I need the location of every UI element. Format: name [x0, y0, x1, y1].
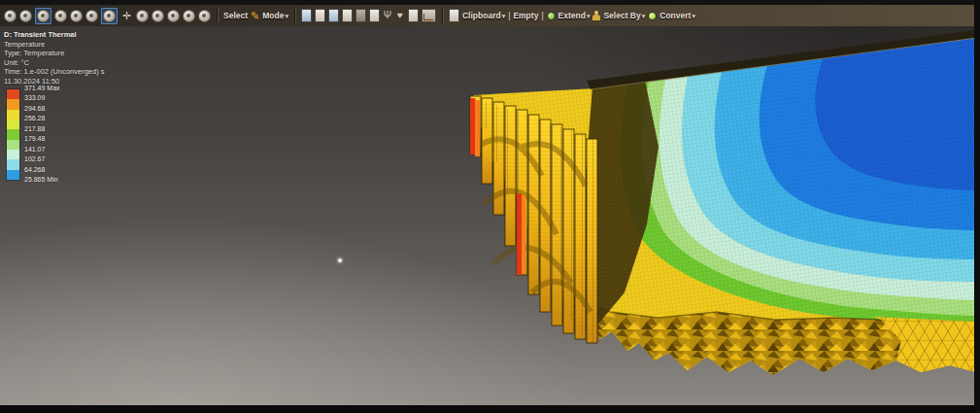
extend-icon — [547, 12, 556, 20]
annotation-icon[interactable]: ♥ — [395, 10, 405, 21]
extend-dropdown[interactable]: Extend▾ — [558, 11, 591, 20]
cursor-dot — [338, 258, 342, 262]
legend-value: 217.88 — [24, 125, 60, 132]
result-name: Temperature — [4, 40, 105, 50]
rotate-toggle[interactable] — [101, 8, 118, 24]
legend-band — [7, 159, 19, 169]
element-filter-icon[interactable] — [369, 9, 380, 22]
pipe-separator: | — [508, 11, 510, 20]
probe-icon[interactable]: Ψ — [383, 10, 392, 21]
3d-viewport[interactable]: D: Transient Thermal Temperature Type: T… — [0, 26, 980, 405]
select-by-dropdown[interactable]: Select By▾ — [603, 11, 645, 20]
result-annotation: D: Transient Thermal Temperature Type: T… — [4, 30, 105, 86]
legend-band — [7, 140, 19, 150]
edge-filter-icon[interactable] — [315, 9, 325, 22]
chevron-down-icon: ▾ — [642, 13, 646, 19]
result-type: Type: Temperature — [4, 49, 105, 58]
box-select-icon — [37, 10, 50, 22]
bottom-bezel — [0, 405, 980, 413]
zoom-fit-icon[interactable] — [183, 10, 195, 22]
orbit-icon[interactable] — [54, 10, 67, 22]
clipboard-dropdown[interactable]: Clipboard▾ — [462, 11, 505, 20]
rotate-icon — [103, 10, 116, 22]
legend-max-value: 371.49 Max — [24, 85, 60, 91]
snippet-icon[interactable] — [408, 9, 419, 22]
legend-band — [7, 99, 19, 109]
legend-min-value: 25.865 Min — [24, 176, 60, 183]
selection-filters: Ψ ♥ — [301, 9, 436, 22]
contour-legend: 371.49 Max 333.09 294.68 256.28 217.88 1… — [6, 88, 60, 183]
legend-band — [7, 120, 19, 129]
legend-band — [7, 129, 19, 139]
zoom-out-icon[interactable] — [152, 10, 164, 22]
vertex-filter-icon[interactable] — [301, 9, 312, 22]
legend-value: 179.48 — [24, 135, 60, 142]
chevron-down-icon: ▾ — [692, 13, 695, 19]
legend-value: 64.268 — [24, 166, 60, 173]
legend-band — [7, 150, 19, 159]
select-label[interactable]: Select — [223, 11, 248, 20]
zoom-icon[interactable] — [4, 10, 17, 22]
look-at-icon[interactable] — [85, 10, 98, 22]
legend-value: 102.67 — [24, 155, 60, 162]
toolbar-separator — [442, 8, 443, 23]
legend-labels: 371.49 Max 333.09 294.68 256.28 217.88 1… — [24, 85, 60, 183]
legend-value: 294.68 — [24, 105, 60, 112]
legend-band — [7, 170, 19, 180]
chevron-down-icon: ▾ — [502, 13, 506, 19]
legend-value: 333.09 — [24, 94, 60, 101]
zoom-icon[interactable] — [19, 10, 32, 22]
body-filter-icon[interactable] — [342, 9, 353, 22]
legend-value: 256.28 — [24, 115, 60, 121]
box-select-toggle[interactable] — [35, 8, 51, 24]
mode-dropdown[interactable]: Mode▾ — [262, 11, 288, 20]
result-time: Time: 1.e-002 (Unconverged) s — [4, 67, 105, 77]
clipboard-icon — [449, 9, 459, 22]
chevron-down-icon: ▾ — [587, 13, 591, 19]
pipe-separator: | — [541, 11, 543, 20]
pan-icon[interactable] — [70, 10, 83, 22]
view-controls: ✛ — [4, 8, 211, 24]
chevron-down-icon: ▾ — [285, 13, 288, 19]
pan-plus-icon[interactable]: ✛ — [120, 10, 133, 22]
clipboard-empty-status: Empty — [513, 11, 538, 20]
select-by-icon — [592, 11, 600, 21]
previous-view-icon[interactable] — [198, 10, 211, 22]
element-rows-overlay — [470, 96, 597, 343]
analysis-title: D: Transient Thermal — [4, 30, 105, 40]
select-cursor-icon[interactable]: ✎ — [251, 11, 259, 21]
chart-icon[interactable] — [422, 9, 436, 22]
legend-band — [7, 110, 19, 120]
result-unit: Unit: °C — [4, 58, 105, 68]
node-filter-icon[interactable] — [355, 9, 366, 22]
zoom-in-icon[interactable] — [136, 10, 149, 22]
legend-color-bar — [6, 88, 20, 181]
convert-dropdown[interactable]: Convert▾ — [659, 11, 695, 20]
legend-value: 141.07 — [24, 146, 60, 153]
toolbar-separator — [294, 8, 295, 23]
legend-band — [7, 89, 19, 99]
right-bezel — [974, 0, 980, 413]
convert-icon — [648, 12, 657, 20]
zoom-box-icon[interactable] — [167, 10, 180, 22]
monitor-photo: ✛ Select ✎ Mode▾ Ψ ♥ Clipboard▾ | Empt — [0, 0, 980, 413]
thermal-contour-model — [464, 30, 976, 382]
toolbar-separator — [217, 8, 218, 23]
face-filter-icon[interactable] — [328, 9, 339, 22]
graphics-toolbar: ✛ Select ✎ Mode▾ Ψ ♥ Clipboard▾ | Empt — [0, 5, 980, 26]
